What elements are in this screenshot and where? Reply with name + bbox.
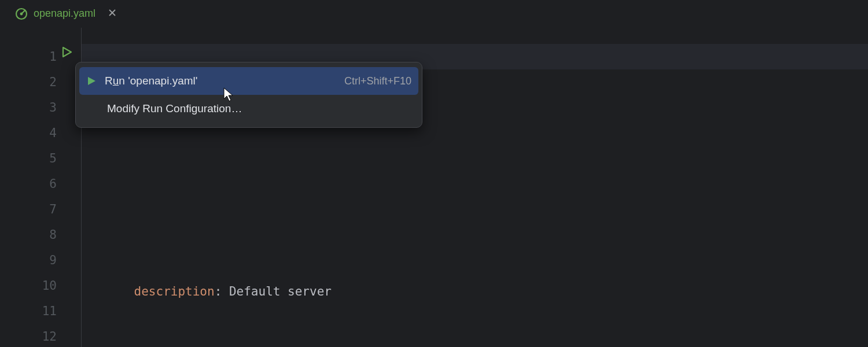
menu-modify-run-config[interactable]: Modify Run Configuration… [76,95,422,123]
svg-marker-6 [88,77,95,85]
mouse-cursor-icon [223,87,234,102]
line-number: 6 [0,171,81,197]
menu-run[interactable]: Run 'openapi.yaml' Ctrl+Shift+F10 [79,67,418,95]
tab-bar: openapi.yaml [0,0,868,28]
code-line [105,218,712,243]
line-number: 3 [0,95,81,120]
line-number: 10 [0,273,81,298]
line-number: 11 [0,298,81,324]
line-number-gutter: 1 2 3 4 5 6 7 8 9 10 11 12 [0,28,81,347]
line-number: 5 [0,146,81,171]
code-line: description: Default server [105,279,712,304]
code-line: - url: //petstore.swagger.io/sandbox [105,339,712,347]
line-number: 2 [0,69,81,95]
run-gutter-icon[interactable] [60,45,72,58]
menu-modify-label: Modify Run Configuration… [107,102,411,115]
line-number: 9 [0,248,81,273]
file-tab[interactable]: openapi.yaml [9,4,122,24]
line-number: 4 [0,120,81,146]
close-tab-icon[interactable] [108,8,116,20]
tab-filename: openapi.yaml [34,8,95,20]
line-number: 12 [0,324,81,347]
code-line [105,157,712,183]
line-number: 7 [0,197,81,222]
play-icon [86,76,97,86]
openapi-file-icon [15,8,28,20]
svg-line-2 [21,10,25,14]
line-number: 8 [0,222,81,248]
menu-run-shortcut: Ctrl+Shift+F10 [344,75,411,87]
svg-marker-5 [63,47,71,57]
menu-run-label: Run 'openapi.yaml' [105,75,336,87]
svg-marker-7 [224,88,233,101]
context-menu: Run 'openapi.yaml' Ctrl+Shift+F10 Modify… [75,62,422,128]
